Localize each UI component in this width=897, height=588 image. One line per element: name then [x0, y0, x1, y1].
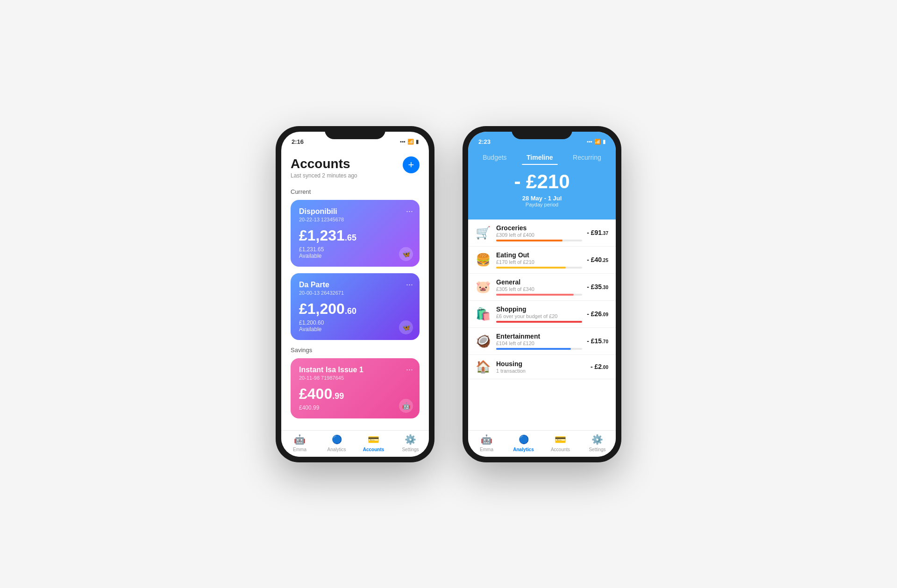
- budget-shopping[interactable]: 🛍️ Shopping £6 over your budget of £20 -…: [468, 301, 616, 328]
- emma-icon: 🤖: [294, 433, 306, 446]
- accounts-title-group: Accounts Last synced 2 minutes ago: [291, 156, 357, 179]
- shopping-sub: £6 over your budget of £20: [496, 313, 582, 319]
- shopping-icon: 🛍️: [476, 307, 491, 321]
- card-available-daparte: £1,200.60 Available: [299, 319, 411, 333]
- housing-name: Housing: [496, 360, 586, 368]
- account-card-isa[interactable]: ··· Instant Isa Issue 1 20-11-98 7198764…: [291, 358, 420, 418]
- wifi-icon: 📶: [407, 139, 414, 145]
- groceries-sub: £309 left of £400: [496, 232, 582, 238]
- tab-accounts-phone1[interactable]: 💳 Accounts: [355, 433, 392, 452]
- tab-accounts-phone2[interactable]: 💳 Accounts: [542, 433, 579, 452]
- account-card-daparte[interactable]: ··· Da Parte 20-00-13 26432671 £1,200.60…: [291, 273, 420, 340]
- eating-out-name: Eating Out: [496, 251, 582, 259]
- card-menu-daparte[interactable]: ···: [406, 280, 413, 290]
- general-bar-fill: [496, 294, 574, 296]
- analytics-icon-p2: 🔵: [518, 433, 530, 446]
- scene: 2:16 ▪▪▪ 📶 ▮ Accounts Last synced 2 minu…: [257, 107, 640, 481]
- card-menu-disponibili[interactable]: ···: [406, 206, 413, 216]
- eating-out-icon: 🍔: [476, 253, 491, 267]
- accounts-subtitle: Last synced 2 minutes ago: [291, 172, 357, 179]
- groceries-info: Groceries £309 left of £400: [496, 224, 582, 241]
- tab-recurring[interactable]: Recurring: [568, 151, 606, 164]
- analytics-nav-tabs: Budgets Timeline Recurring: [468, 147, 616, 164]
- card-logo-disponibili: 🦋: [399, 247, 413, 261]
- card-menu-isa[interactable]: ···: [406, 365, 413, 375]
- housing-sub: 1 transaction: [496, 368, 586, 374]
- accounts-icon-p2: 💳: [555, 433, 567, 446]
- general-amount: - £35.30: [587, 283, 608, 290]
- budget-housing[interactable]: 🏠 Housing 1 transaction - £2.00: [468, 355, 616, 379]
- housing-info: Housing 1 transaction: [496, 360, 586, 374]
- tab-settings-phone1[interactable]: ⚙️ Settings: [392, 433, 429, 452]
- tab-settings-label-phone2: Settings: [589, 447, 605, 452]
- eating-out-info: Eating Out £170 left of £210: [496, 251, 582, 269]
- analytics-icon-phone1: 🔵: [331, 433, 343, 446]
- account-card-disponibili[interactable]: ··· Disponibili 20-22-13 12345678 £1,231…: [291, 200, 420, 267]
- entertainment-icon: 🥥: [476, 334, 491, 348]
- groceries-bar-fill: [496, 240, 562, 241]
- balance-period: 28 May - 1 Jul: [468, 195, 616, 202]
- eating-out-bar-fill: [496, 267, 566, 269]
- phone-analytics: 2:23 ▪▪▪ 📶 ▮ Budgets Timeline Recurring: [463, 126, 621, 462]
- budget-eating-out[interactable]: 🍔 Eating Out £170 left of £210 - £40.25: [468, 247, 616, 274]
- card-amount-disponibili: £1,231.65: [299, 227, 411, 244]
- tab-emma-phone1[interactable]: 🤖 Emma: [281, 433, 318, 452]
- battery-icon-p2: ▮: [603, 139, 605, 145]
- eating-out-bar: [496, 267, 582, 269]
- card-amount-isa: £400.99: [299, 385, 411, 403]
- status-time-phone2: 2:23: [478, 138, 491, 145]
- card-number-disponibili: 20-22-13 12345678: [299, 217, 411, 222]
- general-sub: £305 left of £340: [496, 286, 582, 292]
- add-account-button[interactable]: +: [403, 156, 420, 173]
- eating-out-sub: £170 left of £210: [496, 259, 582, 265]
- accounts-header: Accounts Last synced 2 minutes ago +: [291, 156, 420, 179]
- tab-bar-phone2: 🤖 Emma 🔵 Analytics 💳 Accounts ⚙️ Setting…: [468, 430, 616, 457]
- tab-emma-label-phone1: Emma: [293, 447, 306, 452]
- notch: [325, 126, 385, 139]
- entertainment-info: Entertainment £104 left of £120: [496, 333, 582, 350]
- housing-icon: 🏠: [476, 360, 491, 374]
- tab-settings-phone2[interactable]: ⚙️ Settings: [579, 433, 616, 452]
- wifi-icon-p2: 📶: [594, 139, 601, 145]
- tab-accounts-label-phone1: Accounts: [363, 447, 384, 452]
- tab-timeline[interactable]: Timeline: [522, 151, 558, 164]
- settings-icon-phone1: ⚙️: [405, 433, 417, 446]
- notch-phone2: [512, 126, 572, 139]
- phone-accounts: 2:16 ▪▪▪ 📶 ▮ Accounts Last synced 2 minu…: [276, 126, 434, 462]
- accounts-title: Accounts: [291, 156, 357, 171]
- groceries-bar: [496, 240, 582, 241]
- card-number-isa: 20-11-98 71987645: [299, 375, 411, 381]
- tab-analytics-phone1[interactable]: 🔵 Analytics: [318, 433, 355, 452]
- shopping-bar: [496, 321, 582, 323]
- entertainment-bar: [496, 348, 582, 350]
- status-icons-phone1: ▪▪▪ 📶 ▮: [400, 139, 419, 145]
- entertainment-amount: - £15.70: [587, 337, 608, 345]
- accounts-icon-phone1: 💳: [368, 433, 380, 446]
- tab-budgets[interactable]: Budgets: [478, 151, 511, 164]
- tab-emma-label-phone2: Emma: [480, 447, 493, 452]
- tab-analytics-phone2[interactable]: 🔵 Analytics: [505, 433, 542, 452]
- budget-groceries[interactable]: 🛒 Groceries £309 left of £400 - £91.37: [468, 220, 616, 247]
- shopping-info: Shopping £6 over your budget of £20: [496, 305, 582, 323]
- tab-emma-phone2[interactable]: 🤖 Emma: [468, 433, 505, 452]
- general-info: General £305 left of £340: [496, 278, 582, 296]
- analytics-top: Budgets Timeline Recurring - £210 28 May…: [468, 147, 616, 220]
- eating-out-amount: - £40.25: [587, 256, 608, 263]
- balance-prefix: - £: [514, 170, 537, 192]
- emma-icon-p2: 🤖: [481, 433, 493, 446]
- budget-entertainment[interactable]: 🥥 Entertainment £104 left of £120 - £15.…: [468, 328, 616, 355]
- tab-accounts-label-phone2: Accounts: [551, 447, 570, 452]
- signal-icon-p2: ▪▪▪: [587, 139, 592, 144]
- card-number-daparte: 20-00-13 26432671: [299, 290, 411, 296]
- balance-amount: - £210: [468, 170, 616, 193]
- entertainment-name: Entertainment: [496, 333, 582, 340]
- budget-general[interactable]: 🐷 General £305 left of £340 - £35.30: [468, 274, 616, 301]
- status-time-phone1: 2:16: [292, 138, 304, 145]
- savings-section-label: Savings: [291, 347, 420, 354]
- housing-amount: - £2.00: [591, 363, 608, 370]
- card-name-daparte: Da Parte: [299, 281, 411, 289]
- general-icon: 🐷: [476, 280, 491, 294]
- card-logo-isa: 🤖: [399, 399, 413, 413]
- card-logo-daparte: 🦋: [399, 320, 413, 334]
- accounts-content: Accounts Last synced 2 minutes ago + Cur…: [281, 147, 429, 430]
